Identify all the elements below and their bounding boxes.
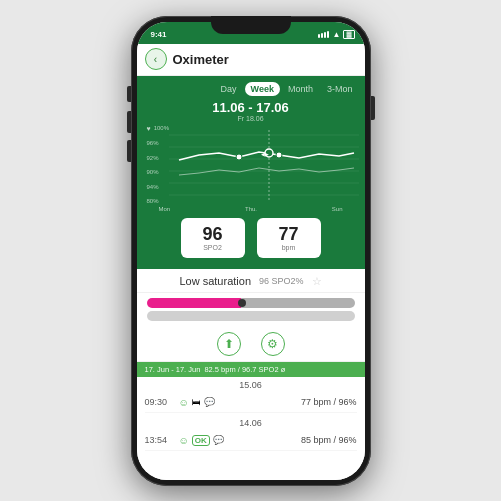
- back-button[interactable]: ‹: [145, 48, 167, 70]
- message-icon: 💬: [204, 397, 215, 408]
- svg-point-7: [236, 154, 242, 160]
- pink-slider[interactable]: [147, 298, 355, 308]
- time-section-2: 14.06 13:54 ☺ OK 💬 85 bpm / 96%: [137, 415, 365, 453]
- control-row: ⬆ ⚙: [137, 326, 365, 362]
- time-section-1: 15.06 09:30 ☺ 🛏 💬 77 bpm / 96%: [137, 377, 365, 415]
- status-icons: ▲ ▓: [318, 30, 354, 39]
- ok-badge: OK: [192, 435, 210, 446]
- spo2-metric: 96 SPO2: [181, 218, 245, 258]
- date-range: 11.06 - 17.06: [137, 100, 365, 115]
- time-entry-1: 09:30 ☺ 🛏 💬 77 bpm / 96%: [145, 393, 357, 413]
- phone-frame: 9:41 ▲ ▓ ‹ Oximeter Day: [131, 16, 371, 486]
- metrics-row: 96 SPO2 77 bpm: [137, 212, 365, 263]
- sleep-icon: 🛏: [192, 397, 201, 408]
- back-icon: ‹: [154, 54, 157, 65]
- date-sub: Fr 18.06: [137, 115, 365, 122]
- up-button[interactable]: ⬆: [217, 332, 241, 356]
- x-label-mon: Mon: [159, 206, 171, 212]
- chart-canvas: ♥ 100% 96% 92% 90% 94% 80%: [147, 125, 355, 205]
- svg-point-8: [276, 152, 282, 158]
- low-sat-text: Low saturation: [179, 275, 251, 287]
- notch: [211, 16, 291, 34]
- heart-icon: ♥: [147, 125, 151, 132]
- app-title: Oximeter: [173, 52, 229, 67]
- bpm-value: 77: [278, 225, 298, 243]
- x-label-thu: Thu.: [245, 206, 257, 212]
- footer-date: 17. Jun - 17. Jun: [145, 365, 201, 374]
- tab-day[interactable]: Day: [215, 82, 243, 96]
- footer-stats: 82.5 bpm / 96.7 SPO2 ø: [204, 365, 285, 374]
- low-sat-value: 96 SPO2%: [259, 276, 304, 286]
- signal-icon: [318, 31, 329, 38]
- mute-button: [127, 86, 131, 102]
- chart-y-labels: ♥ 100% 96% 92% 90% 94% 80%: [147, 125, 170, 205]
- smiley-icon: ☺: [179, 397, 189, 408]
- tab-week[interactable]: Week: [245, 82, 280, 96]
- wifi-icon: ▲: [332, 30, 340, 39]
- entry-readings-1: 77 bpm / 96%: [301, 397, 357, 407]
- screen: 9:41 ▲ ▓ ‹ Oximeter Day: [137, 22, 365, 480]
- time-2: 13:54: [145, 435, 173, 445]
- y-label-3: 92%: [147, 155, 170, 161]
- app-header: ‹ Oximeter: [137, 44, 365, 76]
- time-1: 09:30: [145, 397, 173, 407]
- x-label-sun: Sun: [332, 206, 343, 212]
- slider-thumb[interactable]: [238, 299, 246, 307]
- volume-down-button: [127, 140, 131, 162]
- entry-icons-1: ☺ 🛏 💬: [179, 397, 215, 408]
- y-label-4: 90%: [147, 169, 170, 175]
- up-icon: ⬆: [224, 337, 234, 351]
- low-saturation-row: Low saturation 96 SPO2% ☆: [137, 269, 365, 293]
- settings-button[interactable]: ⚙: [261, 332, 285, 356]
- slider-row: [137, 293, 365, 326]
- tab-3mon[interactable]: 3-Mon: [321, 82, 359, 96]
- footer-date-row: 17. Jun - 17. Jun 82.5 bpm / 96.7 SPO2 ø: [137, 362, 365, 377]
- time-header-2: 14.06: [145, 418, 357, 428]
- chart-area: Day Week Month 3-Mon 11.06 - 17.06 Fr 18…: [137, 76, 365, 269]
- bpm-metric: 77 bpm: [257, 218, 321, 258]
- gear-icon: ⚙: [267, 337, 278, 351]
- volume-up-button: [127, 111, 131, 133]
- tab-month[interactable]: Month: [282, 82, 319, 96]
- time-entry-2: 13:54 ☺ OK 💬 85 bpm / 96%: [145, 431, 357, 451]
- time-header-1: 15.06: [145, 380, 357, 390]
- power-button: [371, 96, 375, 120]
- svg-text:◀▶: ◀▶: [261, 151, 269, 157]
- gray-slider[interactable]: [147, 311, 355, 321]
- y-label-5: 94%: [147, 184, 170, 190]
- star-icon[interactable]: ☆: [312, 275, 322, 288]
- chart-svg: ◀▶: [169, 125, 359, 205]
- message-icon-2: 💬: [213, 435, 224, 446]
- y-label-6: 80%: [147, 198, 170, 204]
- status-time: 9:41: [151, 30, 167, 39]
- y-label-1: ♥ 100%: [147, 125, 170, 132]
- battery-icon: ▓: [343, 30, 354, 39]
- bpm-label: bpm: [282, 244, 296, 251]
- entry-readings-2: 85 bpm / 96%: [301, 435, 357, 445]
- spo2-value: 96: [202, 225, 222, 243]
- y-label-2: 96%: [147, 140, 170, 146]
- content-area: Low saturation 96 SPO2% ☆ ⬆ ⚙: [137, 269, 365, 480]
- smiley-icon-2: ☺: [179, 435, 189, 446]
- spo2-label: SPO2: [203, 244, 222, 251]
- entry-icons-2: ☺ OK 💬: [179, 435, 224, 446]
- tab-bar: Day Week Month 3-Mon: [137, 80, 365, 98]
